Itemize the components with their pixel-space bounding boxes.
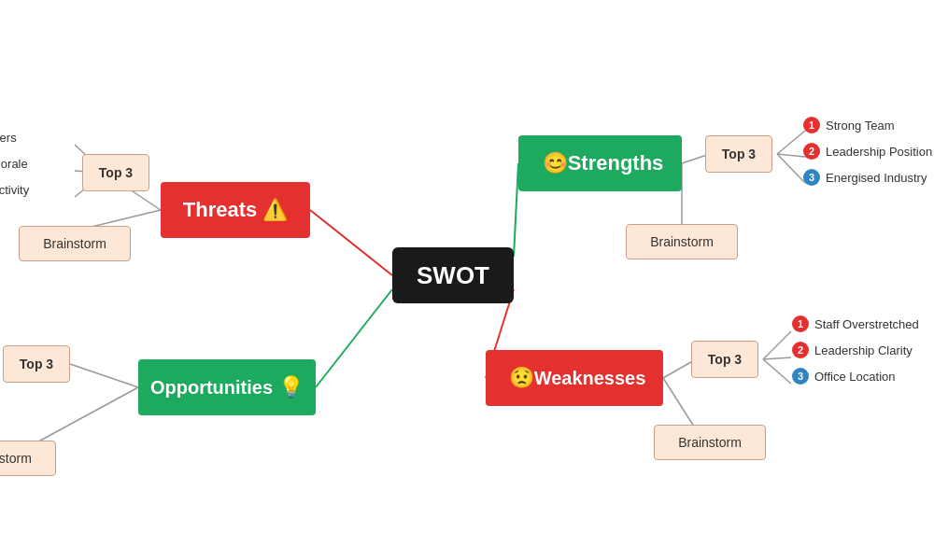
strengths-brainstorm-label: Brainstorm bbox=[650, 234, 714, 249]
weaknesses-node[interactable]: 😟 Weaknesses bbox=[486, 350, 663, 406]
strengths-brainstorm-box[interactable]: Brainstorm bbox=[626, 224, 738, 259]
opportunities-brainstorm-box[interactable]: Brainstorm bbox=[0, 441, 56, 476]
threats-list-item-3: Activity bbox=[0, 183, 29, 197]
strengths-list-item-3: 3 Energised Industry bbox=[803, 169, 927, 186]
weaknesses-top3-box[interactable]: Top 3 bbox=[691, 341, 758, 378]
opportunities-brainstorm-label: Brainstorm bbox=[0, 451, 32, 466]
strengths-top3-box[interactable]: Top 3 bbox=[705, 135, 772, 173]
svg-line-14 bbox=[70, 364, 138, 387]
opportunities-top3-box[interactable]: Top 3 bbox=[3, 345, 70, 383]
strengths-num-2: 2 bbox=[803, 143, 820, 160]
weaknesses-icon: 😟 bbox=[509, 366, 534, 390]
svg-line-2 bbox=[316, 289, 392, 387]
swot-center-node: SWOT bbox=[392, 247, 514, 303]
weaknesses-num-3: 3 bbox=[792, 368, 809, 385]
weaknesses-list-item-1: 1 Staff Overstretched bbox=[792, 315, 919, 332]
opportunities-label: Opportunities bbox=[150, 377, 273, 399]
strengths-num-1: 1 bbox=[803, 117, 820, 133]
weaknesses-list-item-3: 3 Office Location bbox=[792, 368, 895, 385]
weaknesses-brainstorm-label: Brainstorm bbox=[678, 435, 742, 450]
svg-line-0 bbox=[310, 210, 392, 275]
weaknesses-list-item-2: 2 Leadership Clarity bbox=[792, 342, 913, 358]
strengths-num-3: 3 bbox=[803, 169, 820, 186]
opportunities-top3-label: Top 3 bbox=[20, 357, 53, 371]
svg-line-11 bbox=[777, 131, 805, 154]
svg-line-17 bbox=[663, 378, 696, 429]
weaknesses-top3-label: Top 3 bbox=[708, 352, 742, 367]
svg-line-19 bbox=[763, 357, 791, 359]
weaknesses-label: Weaknesses bbox=[534, 368, 646, 389]
threats-brainstorm-box[interactable]: Brainstorm bbox=[19, 226, 131, 261]
threats-top3-label: Top 3 bbox=[99, 165, 133, 180]
weaknesses-brainstorm-box[interactable]: Brainstorm bbox=[654, 425, 766, 460]
strengths-top3-label: Top 3 bbox=[722, 147, 756, 161]
threats-list-item-2: Morale bbox=[0, 157, 28, 171]
svg-line-18 bbox=[763, 331, 791, 359]
strengths-list-item-2: 2 Leadership Position bbox=[803, 143, 932, 160]
svg-line-13 bbox=[777, 154, 805, 183]
strengths-label: Strengths bbox=[568, 151, 664, 175]
threats-label: Threats bbox=[183, 198, 257, 222]
threats-icon: ⚠️ bbox=[262, 198, 288, 222]
threats-list-item-1: holders bbox=[0, 131, 17, 145]
svg-line-20 bbox=[763, 359, 791, 384]
svg-line-12 bbox=[777, 154, 805, 157]
strengths-node[interactable]: 😊 Strengths bbox=[518, 135, 682, 191]
threats-node[interactable]: Threats ⚠️ bbox=[161, 182, 310, 238]
weaknesses-num-1: 1 bbox=[792, 315, 809, 332]
strengths-icon: 😊 bbox=[543, 151, 568, 175]
threats-top3-box[interactable]: Top 3 bbox=[82, 154, 149, 191]
threats-brainstorm-label: Brainstorm bbox=[43, 236, 106, 251]
strengths-list-item-1: 1 Strong Team bbox=[803, 117, 894, 133]
weaknesses-num-2: 2 bbox=[792, 342, 809, 358]
opportunities-node[interactable]: Opportunities 💡 bbox=[138, 359, 316, 415]
opportunities-icon: 💡 bbox=[278, 375, 304, 399]
